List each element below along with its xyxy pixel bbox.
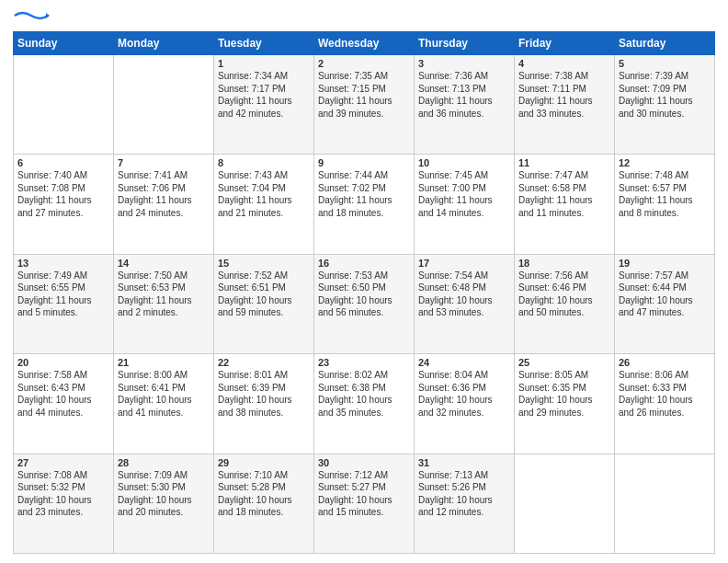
day-info: Sunrise: 7:08 AMSunset: 5:32 PMDaylight:… <box>17 470 92 518</box>
day-info: Sunrise: 7:52 AMSunset: 6:51 PMDaylight:… <box>218 270 292 318</box>
day-number: 9 <box>318 157 410 168</box>
day-number: 7 <box>118 157 210 168</box>
day-info: Sunrise: 7:57 AMSunset: 6:44 PMDaylight:… <box>619 270 693 318</box>
day-number: 23 <box>318 357 410 368</box>
day-info: Sunrise: 7:10 AMSunset: 5:28 PMDaylight:… <box>218 470 292 518</box>
calendar-cell: 8 Sunrise: 7:43 AMSunset: 7:04 PMDayligh… <box>214 155 314 254</box>
day-number: 25 <box>518 357 610 368</box>
weekday-header-cell: Sunday <box>14 32 114 55</box>
calendar-cell: 26 Sunrise: 8:06 AMSunset: 6:33 PMDaylig… <box>615 354 715 454</box>
day-info: Sunrise: 7:39 AMSunset: 7:09 PMDaylight:… <box>619 71 693 119</box>
day-number: 24 <box>418 357 510 368</box>
day-number: 26 <box>619 357 711 368</box>
day-info: Sunrise: 7:44 AMSunset: 7:02 PMDaylight:… <box>318 170 392 218</box>
weekday-header-cell: Tuesday <box>214 32 314 55</box>
header <box>13 9 715 26</box>
calendar-cell: 5 Sunrise: 7:39 AMSunset: 7:09 PMDayligh… <box>615 55 715 155</box>
calendar-cell: 14 Sunrise: 7:50 AMSunset: 6:53 PMDaylig… <box>114 254 214 353</box>
calendar-cell: 2 Sunrise: 7:35 AMSunset: 7:15 PMDayligh… <box>314 55 415 155</box>
day-number: 4 <box>518 58 610 69</box>
day-info: Sunrise: 7:47 AMSunset: 6:58 PMDaylight:… <box>518 170 593 218</box>
day-number: 30 <box>318 457 410 468</box>
calendar-cell: 27 Sunrise: 7:08 AMSunset: 5:32 PMDaylig… <box>14 454 114 553</box>
calendar-cell: 13 Sunrise: 7:49 AMSunset: 6:55 PMDaylig… <box>14 254 114 353</box>
day-number: 13 <box>17 258 109 269</box>
day-info: Sunrise: 8:00 AMSunset: 6:41 PMDaylight:… <box>118 370 192 418</box>
day-number: 21 <box>118 357 210 368</box>
day-number: 12 <box>619 157 711 168</box>
day-number: 2 <box>318 58 410 69</box>
calendar-cell: 1 Sunrise: 7:34 AMSunset: 7:17 PMDayligh… <box>214 55 314 155</box>
day-info: Sunrise: 8:05 AMSunset: 6:35 PMDaylight:… <box>518 370 593 418</box>
calendar-cell: 11 Sunrise: 7:47 AMSunset: 6:58 PMDaylig… <box>515 155 615 254</box>
logo-icon <box>13 9 50 22</box>
day-info: Sunrise: 7:50 AMSunset: 6:53 PMDaylight:… <box>118 270 192 318</box>
day-info: Sunrise: 8:06 AMSunset: 6:33 PMDaylight:… <box>619 370 693 418</box>
day-info: Sunrise: 7:48 AMSunset: 6:57 PMDaylight:… <box>619 170 693 218</box>
day-number: 14 <box>118 258 210 269</box>
day-number: 22 <box>218 357 310 368</box>
calendar-cell: 17 Sunrise: 7:54 AMSunset: 6:48 PMDaylig… <box>415 254 515 353</box>
calendar-cell <box>515 454 615 553</box>
weekday-header-cell: Saturday <box>615 32 715 55</box>
day-info: Sunrise: 7:53 AMSunset: 6:50 PMDaylight:… <box>318 270 392 318</box>
day-info: Sunrise: 7:54 AMSunset: 6:48 PMDaylight:… <box>418 270 493 318</box>
day-number: 6 <box>17 157 109 168</box>
calendar-cell: 4 Sunrise: 7:38 AMSunset: 7:11 PMDayligh… <box>515 55 615 155</box>
calendar-row: 6 Sunrise: 7:40 AMSunset: 7:08 PMDayligh… <box>14 155 715 254</box>
calendar-cell: 12 Sunrise: 7:48 AMSunset: 6:57 PMDaylig… <box>615 155 715 254</box>
day-info: Sunrise: 7:56 AMSunset: 6:46 PMDaylight:… <box>518 270 593 318</box>
calendar-row: 1 Sunrise: 7:34 AMSunset: 7:17 PMDayligh… <box>14 55 715 155</box>
calendar-row: 20 Sunrise: 7:58 AMSunset: 6:43 PMDaylig… <box>14 354 715 454</box>
calendar-cell: 3 Sunrise: 7:36 AMSunset: 7:13 PMDayligh… <box>415 55 515 155</box>
day-info: Sunrise: 7:49 AMSunset: 6:55 PMDaylight:… <box>17 270 92 318</box>
logo <box>13 9 50 26</box>
day-number: 28 <box>118 457 210 468</box>
calendar-cell <box>615 454 715 553</box>
day-number: 31 <box>418 457 510 468</box>
calendar-cell: 10 Sunrise: 7:45 AMSunset: 7:00 PMDaylig… <box>415 155 515 254</box>
day-info: Sunrise: 7:41 AMSunset: 7:06 PMDaylight:… <box>118 170 192 218</box>
day-number: 10 <box>418 157 510 168</box>
calendar-cell: 20 Sunrise: 7:58 AMSunset: 6:43 PMDaylig… <box>14 354 114 454</box>
calendar-cell <box>14 55 114 155</box>
day-info: Sunrise: 7:58 AMSunset: 6:43 PMDaylight:… <box>17 370 92 418</box>
calendar-cell: 9 Sunrise: 7:44 AMSunset: 7:02 PMDayligh… <box>314 155 415 254</box>
day-number: 11 <box>518 157 610 168</box>
day-number: 5 <box>619 58 711 69</box>
day-number: 1 <box>218 58 310 69</box>
day-number: 15 <box>218 258 310 269</box>
weekday-header-cell: Wednesday <box>314 32 415 55</box>
day-info: Sunrise: 7:40 AMSunset: 7:08 PMDaylight:… <box>17 170 92 218</box>
day-info: Sunrise: 7:36 AMSunset: 7:13 PMDaylight:… <box>418 71 493 119</box>
calendar-cell: 21 Sunrise: 8:00 AMSunset: 6:41 PMDaylig… <box>114 354 214 454</box>
day-number: 19 <box>619 258 711 269</box>
day-number: 18 <box>518 258 610 269</box>
calendar-cell <box>114 55 214 155</box>
weekday-header-cell: Thursday <box>415 32 515 55</box>
calendar-cell: 19 Sunrise: 7:57 AMSunset: 6:44 PMDaylig… <box>615 254 715 353</box>
day-info: Sunrise: 7:12 AMSunset: 5:27 PMDaylight:… <box>318 470 392 518</box>
day-number: 8 <box>218 157 310 168</box>
logo-text <box>13 9 50 26</box>
calendar-cell: 15 Sunrise: 7:52 AMSunset: 6:51 PMDaylig… <box>214 254 314 353</box>
calendar-cell: 24 Sunrise: 8:04 AMSunset: 6:36 PMDaylig… <box>415 354 515 454</box>
weekday-header-cell: Friday <box>515 32 615 55</box>
svg-marker-0 <box>46 13 50 18</box>
weekday-header-cell: Monday <box>114 32 214 55</box>
calendar-cell: 22 Sunrise: 8:01 AMSunset: 6:39 PMDaylig… <box>214 354 314 454</box>
calendar-cell: 28 Sunrise: 7:09 AMSunset: 5:30 PMDaylig… <box>114 454 214 553</box>
day-info: Sunrise: 8:02 AMSunset: 6:38 PMDaylight:… <box>318 370 392 418</box>
day-info: Sunrise: 8:04 AMSunset: 6:36 PMDaylight:… <box>418 370 493 418</box>
day-info: Sunrise: 7:09 AMSunset: 5:30 PMDaylight:… <box>118 470 192 518</box>
day-number: 27 <box>17 457 109 468</box>
calendar-cell: 29 Sunrise: 7:10 AMSunset: 5:28 PMDaylig… <box>214 454 314 553</box>
page: SundayMondayTuesdayWednesdayThursdayFrid… <box>0 0 728 563</box>
day-number: 20 <box>17 357 109 368</box>
calendar-table: SundayMondayTuesdayWednesdayThursdayFrid… <box>13 31 715 554</box>
day-info: Sunrise: 7:38 AMSunset: 7:11 PMDaylight:… <box>518 71 593 119</box>
day-number: 3 <box>418 58 510 69</box>
day-info: Sunrise: 7:34 AMSunset: 7:17 PMDaylight:… <box>218 71 292 119</box>
day-number: 29 <box>218 457 310 468</box>
weekday-header-row: SundayMondayTuesdayWednesdayThursdayFrid… <box>14 32 715 55</box>
